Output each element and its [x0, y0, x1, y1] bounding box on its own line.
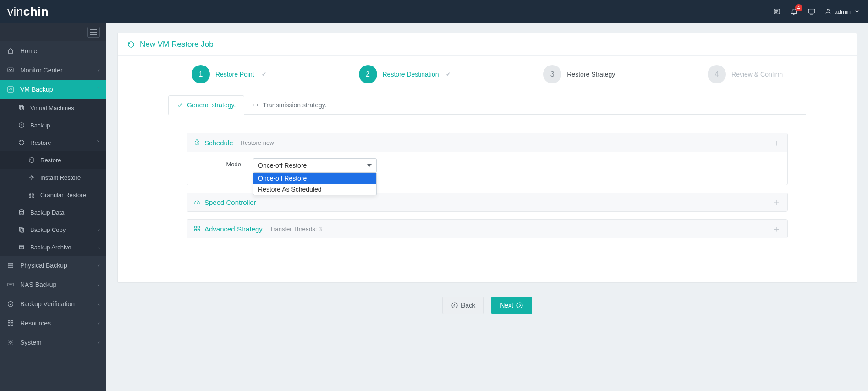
gauge-icon [193, 198, 201, 206]
sidebar-item-granular-restore[interactable]: Granular Restore [0, 186, 106, 204]
sidebar-item-backup[interactable]: Backup [0, 116, 106, 134]
svg-rect-11 [20, 106, 23, 110]
sidebar-label: Backup Data [30, 209, 64, 216]
sidebar-item-backup-data[interactable]: Backup Data [0, 204, 106, 221]
panel-speed-header[interactable]: Speed Controller ＋ [187, 193, 787, 211]
tab-transmission-strategy[interactable]: Transmission strategy. [244, 95, 335, 114]
sidebar-label: NAS Backup [20, 281, 92, 288]
pencil-icon [177, 102, 183, 108]
mode-selected-value: Once-off Restore [258, 162, 307, 169]
topbar: vinchin 4 admin [0, 0, 868, 23]
tab-label: Transmission strategy. [263, 101, 326, 109]
notifications-badge: 4 [795, 4, 802, 11]
svg-rect-27 [8, 321, 10, 323]
panel-advanced-header[interactable]: Advanced Strategy Transfer Threads: 3 ＋ [187, 220, 787, 238]
grid-icon [193, 225, 201, 232]
chevron-down-icon: ˅ [97, 139, 100, 146]
sidebar-item-virtual-machines[interactable]: Virtual Machines [0, 99, 106, 116]
collapse-icon[interactable]: ＋ [772, 138, 781, 147]
step-label: Restore Strategy [567, 71, 615, 78]
expand-icon[interactable]: ＋ [772, 224, 781, 233]
log-icon[interactable] [772, 7, 781, 16]
display-icon[interactable] [807, 7, 816, 16]
sidebar-item-nas-backup[interactable]: NAS NAS Backup ‹ [0, 275, 106, 294]
sidebar-item-monitor-center[interactable]: Monitor Center ‹ [0, 61, 106, 80]
svg-rect-20 [21, 228, 24, 232]
chevron-right-icon: ‹ [98, 66, 100, 74]
sidebar-item-restore[interactable]: Restore [0, 151, 106, 169]
panel-schedule-header[interactable]: Schedule Restore now ＋ [187, 133, 787, 152]
monitor-icon [6, 66, 15, 74]
chevron-right-icon: ‹ [98, 300, 100, 308]
next-button[interactable]: Next [491, 297, 532, 314]
step-restore-strategy[interactable]: 3 Restore Strategy [543, 65, 615, 83]
mode-label: Mode [195, 158, 241, 168]
svg-rect-28 [11, 321, 13, 323]
step-restore-point[interactable]: 1 Restore Point ✔ [192, 65, 266, 83]
brand-part1: vin [7, 5, 23, 19]
expand-icon[interactable]: ＋ [772, 198, 781, 207]
step-review-confirm[interactable]: 4 Review & Confirm [708, 65, 783, 83]
chevron-right-icon: ‹ [98, 319, 100, 327]
panel-advanced-strategy: Advanced Strategy Transfer Threads: 3 ＋ [187, 219, 788, 238]
sidebar-label: Physical Backup [20, 262, 92, 269]
mode-option-once-off[interactable]: Once-off Restore [253, 173, 376, 184]
clock-icon [193, 139, 201, 146]
verify-icon [6, 300, 15, 308]
brand-logo: vinchin [7, 5, 49, 19]
svg-point-40 [452, 303, 457, 308]
sidebar-item-physical-backup[interactable]: Physical Backup ‹ [0, 256, 106, 275]
wizard-card: New VM Restore Job 1 Restore Point ✔ 2 R… [117, 33, 857, 283]
sidebar-item-backup-copy[interactable]: Backup Copy ‹ [0, 221, 106, 238]
svg-rect-24 [8, 266, 13, 268]
instant-restore-icon [27, 173, 36, 182]
backup-data-icon [17, 208, 26, 216]
tab-general-strategy[interactable]: General strategy. [168, 95, 244, 115]
user-menu[interactable]: admin [824, 8, 861, 15]
sidebar-item-instant-restore[interactable]: Instant Restore [0, 169, 106, 186]
arrow-right-icon [516, 302, 523, 309]
sidebar-item-restore-parent[interactable]: Restore ˅ [0, 134, 106, 151]
user-name: admin [835, 8, 851, 15]
card-body: 1 Restore Point ✔ 2 Restore Destination … [118, 56, 857, 282]
sidebar-item-resources[interactable]: Resources ‹ [0, 314, 106, 333]
sidebar-item-system[interactable]: System ‹ [0, 333, 106, 352]
backup-copy-icon [17, 226, 26, 234]
sidebar-item-backup-verification[interactable]: Backup Verification ‹ [0, 294, 106, 314]
back-label: Back [461, 302, 475, 309]
sidebar-item-home[interactable]: Home [0, 41, 106, 61]
step-label: Restore Point [215, 71, 254, 78]
restore-icon [27, 156, 36, 164]
step-number: 3 [543, 65, 561, 83]
svg-rect-15 [33, 193, 34, 194]
sidebar-label: Granular Restore [40, 192, 86, 198]
step-number: 1 [192, 65, 210, 83]
svg-rect-17 [33, 196, 34, 197]
step-restore-destination[interactable]: 2 Restore Destination ✔ [359, 65, 451, 83]
sidebar-item-backup-archive[interactable]: Backup Archive ‹ [0, 238, 106, 256]
brand-part2: chin [23, 5, 49, 19]
physical-icon [6, 261, 15, 270]
swap-icon [253, 102, 259, 108]
notifications-icon[interactable]: 4 [790, 7, 799, 16]
svg-rect-4 [808, 9, 815, 13]
resources-icon [6, 319, 15, 327]
sidebar-item-vm-backup[interactable]: VM VM Backup ˅ [0, 80, 106, 99]
main-content: New VM Restore Job 1 Restore Point ✔ 2 R… [106, 23, 868, 391]
step-label: Restore Destination [383, 71, 439, 78]
chevron-right-icon: ‹ [98, 262, 100, 269]
svg-point-31 [10, 341, 11, 343]
svg-rect-10 [19, 105, 22, 109]
step-number: 2 [359, 65, 377, 83]
panel-subtitle: Transfer Threads: 3 [270, 226, 322, 232]
wizard-footer: Back Next [117, 297, 857, 314]
svg-rect-29 [8, 324, 10, 325]
mode-select[interactable]: Once-off Restore [253, 158, 377, 173]
mode-option-scheduled[interactable]: Restore As Scheduled [253, 184, 376, 195]
sidebar-label: System [20, 339, 92, 346]
sidebar-collapse[interactable] [0, 23, 106, 41]
sidebar-label: Instant Restore [40, 174, 81, 181]
chevron-right-icon: ‹ [98, 226, 100, 233]
check-icon: ✔ [446, 71, 450, 77]
back-button[interactable]: Back [442, 297, 484, 314]
